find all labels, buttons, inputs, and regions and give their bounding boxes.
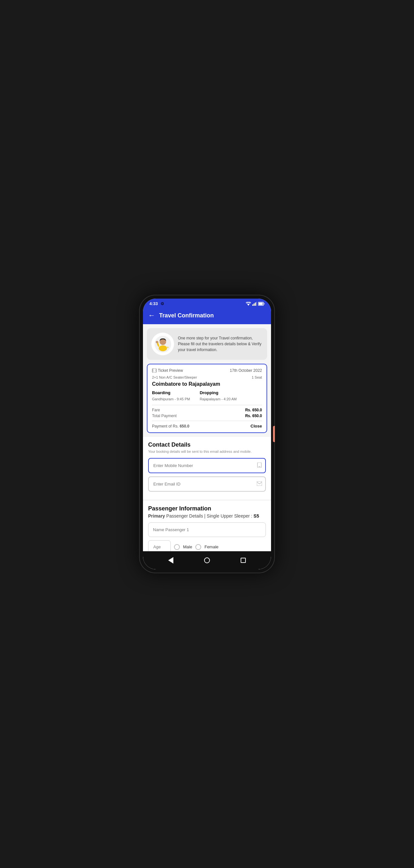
nav-back-button[interactable] [165, 555, 177, 566]
contact-section: Contact Details Your booking details wil… [143, 437, 271, 499]
ticket-route: Coimbatore to Rajapalayam [152, 381, 262, 387]
mobile-input-wrapper [148, 458, 266, 473]
mobile-input[interactable] [148, 458, 266, 473]
page-title: Travel Confirmation [159, 312, 214, 319]
ticket-label: Ticket Preview [152, 368, 183, 373]
banner: One more step for your Travel confirmati… [147, 328, 267, 360]
nav-back-icon [168, 557, 173, 563]
ticket-date: 17th October 2022 [230, 368, 262, 373]
ticket-seats: 1 Seat [252, 375, 262, 379]
header: ← Travel Confirmation [143, 308, 271, 324]
nav-home-icon [204, 557, 210, 563]
payment-summary: Payment of Rs. 650.0 Close [152, 424, 262, 429]
svg-rect-1 [252, 305, 253, 306]
boarding-dropping: Boarding Gandhipuram - 9:45 PM Dropping … [152, 390, 262, 402]
age-input[interactable] [148, 540, 171, 551]
contact-subtitle: Your booking details will be sent to thi… [148, 450, 266, 454]
svg-rect-3 [255, 303, 256, 306]
svg-rect-4 [256, 302, 257, 306]
svg-rect-7 [259, 303, 263, 305]
ticket-icon [152, 369, 157, 372]
wifi-icon [246, 302, 251, 306]
back-button[interactable]: ← [148, 311, 155, 320]
bottom-nav [143, 551, 271, 569]
email-icon [257, 481, 262, 487]
dropping-info: Dropping Rajapalayam - 4:20 AM [200, 390, 236, 402]
svg-point-9 [159, 345, 167, 351]
banner-text: One more step for your Travel confirmati… [178, 335, 263, 353]
contact-title: Contact Details [148, 441, 266, 448]
phone-icon [257, 463, 262, 469]
svg-rect-2 [253, 304, 254, 306]
passenger-label: Primary Passenger Details | Single Upper… [148, 513, 266, 519]
battery-icon [258, 302, 265, 306]
boarding-info: Boarding Gandhipuram - 9:45 PM [152, 390, 190, 402]
passenger-title: Passenger Information [148, 505, 266, 512]
signal-icon [252, 302, 257, 306]
fare-row: Fare Rs. 650.0 [152, 408, 262, 412]
female-label: Female [204, 545, 218, 549]
male-radio[interactable] [174, 544, 180, 550]
payment-text: Payment of Rs. 650.0 [152, 424, 189, 429]
close-button[interactable]: Close [251, 424, 262, 429]
age-gender-row: Male Female [148, 540, 266, 551]
status-icons [246, 302, 265, 306]
passenger-section: Passenger Information Primary Passenger … [143, 501, 271, 551]
fare-value: Rs. 650.0 [245, 408, 262, 412]
passenger-name-input[interactable] [148, 522, 266, 537]
svg-rect-14 [258, 466, 261, 467]
male-label: Male [183, 545, 192, 549]
avatar [151, 333, 174, 355]
status-bar: 4:33 ⚙ [143, 299, 271, 308]
nav-recent-button[interactable] [237, 555, 249, 566]
scroll-content: One more step for your Travel confirmati… [143, 324, 271, 551]
svg-point-11 [156, 341, 158, 343]
nav-recent-icon [241, 558, 246, 563]
svg-rect-6 [264, 303, 265, 305]
svg-marker-0 [247, 304, 250, 306]
nav-home-button[interactable] [201, 555, 213, 566]
female-radio[interactable] [195, 544, 201, 550]
email-input[interactable] [148, 476, 266, 492]
status-time: 4:33 [149, 301, 158, 306]
ticket-bus-type: 2+1 Non A/C Seater/Sleeper [152, 375, 197, 379]
total-row: Total Payment Rs. 650.0 [152, 413, 262, 418]
settings-icon: ⚙ [161, 301, 164, 306]
ticket-card: Ticket Preview 17th October 2022 2+1 Non… [147, 364, 267, 433]
svg-rect-15 [257, 481, 262, 486]
email-input-wrapper [148, 476, 266, 492]
person-illustration [154, 335, 172, 353]
total-value: Rs. 650.0 [245, 413, 262, 418]
